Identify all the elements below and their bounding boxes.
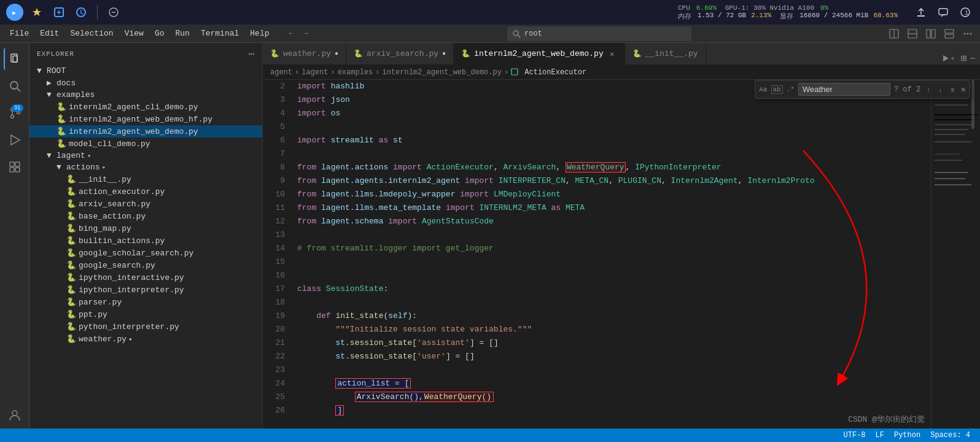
tree-file-3[interactable]: 🐍 internlm2_agent_web_demo.py <box>29 125 262 138</box>
tree-action-file-8[interactable]: 🐍 google_search.py <box>29 259 262 271</box>
upload-icon[interactable] <box>912 4 930 21</box>
line-22: st.session_state['user'] = [] <box>297 350 931 363</box>
line-8: from lagent.actions import ActionExecuto… <box>297 161 931 174</box>
run-icon[interactable] <box>4 129 26 151</box>
tree-action-file-5[interactable]: 🐍 bing_map.py <box>29 222 262 235</box>
status-encoding[interactable]: UTF-8 <box>839 431 871 440</box>
status-spaces[interactable]: Spaces: 4 <box>925 431 975 440</box>
tree-action-file-9[interactable]: 🐍 ipython_interactive.py <box>29 271 262 284</box>
gpu-mem-label: 显存 <box>780 12 793 21</box>
find-input[interactable] <box>798 83 890 96</box>
tree-action-file-2[interactable]: 🐍 action_executor.py <box>29 185 262 198</box>
svg-rect-48 <box>935 153 959 155</box>
root-arrow: ▼ <box>37 66 47 76</box>
layout-icon-1[interactable] <box>887 26 901 41</box>
menu-file[interactable]: File <box>5 26 34 41</box>
menu-terminal[interactable]: Terminal <box>196 26 244 41</box>
tree-file-4[interactable]: 🐍 model_cli_demo.py <box>29 138 262 150</box>
line-5 <box>297 120 931 134</box>
svg-rect-5 <box>917 15 925 17</box>
svg-rect-15 <box>927 29 930 38</box>
menu-go[interactable]: Go <box>150 26 169 41</box>
tree-action-file-1[interactable]: 🐍 __init__.py <box>29 173 262 185</box>
git-icon[interactable]: 31 <box>4 102 26 124</box>
actions-dot: ● <box>103 165 106 170</box>
menu-help[interactable]: Help <box>245 26 274 41</box>
action-file-label-7: google_scholar_search.py <box>79 249 193 258</box>
menu-run[interactable]: Run <box>170 26 194 41</box>
explorer-more[interactable]: ⋯ <box>248 48 255 60</box>
run-split-btn[interactable] <box>941 54 957 63</box>
tree-action-file-13[interactable]: 🐍 python_interpreter.py <box>29 320 262 333</box>
tab-internlm2-close[interactable]: ✕ <box>607 49 617 59</box>
root-label: ROOT <box>47 66 66 76</box>
menu-view[interactable]: View <box>120 26 149 41</box>
gpu-mem-pct: 68.63% <box>873 12 898 21</box>
action-file-label-14: weather.py <box>79 335 126 344</box>
bc-lagent[interactable]: lagent <box>301 68 328 77</box>
action-file-label-8: google_search.py <box>79 261 155 270</box>
find-word-icon: ab <box>771 85 783 94</box>
icon-3[interactable] <box>72 4 90 21</box>
tree-actions[interactable]: ▼ actions ● <box>29 161 262 173</box>
svg-point-27 <box>10 115 14 118</box>
account-icon[interactable] <box>4 404 26 426</box>
tree-root[interactable]: ▼ ROOT <box>29 65 262 77</box>
explorer-icon[interactable] <box>4 48 26 70</box>
tab-internlm2-icon: 🐍 <box>461 49 470 58</box>
tree-examples[interactable]: ▼ examples <box>29 89 262 101</box>
tab-arxiv[interactable]: 🐍 arxiv_search.py ● <box>346 43 454 64</box>
layout-icon-3[interactable] <box>924 26 938 41</box>
editor-more-btn[interactable]: ⋯ <box>970 53 975 63</box>
tree-action-file-7[interactable]: 🐍 google_scholar_search.py <box>29 247 262 259</box>
svg-rect-43 <box>935 119 974 120</box>
bc-file[interactable]: internlm2_agent_web_demo.py <box>382 68 501 77</box>
menu-selection[interactable]: Selection <box>65 26 118 41</box>
find-close-btn[interactable]: ✕ <box>961 84 966 95</box>
status-lang[interactable]: Python <box>889 431 925 440</box>
tab-init[interactable]: 🐍 __init__.py <box>625 43 706 64</box>
layout-icon-2[interactable] <box>905 26 920 41</box>
find-prev-btn[interactable]: ↑ <box>924 85 933 95</box>
tree-action-file-4[interactable]: 🐍 base_action.py <box>29 210 262 222</box>
tree-lagent[interactable]: ▼ lagent ● <box>29 150 262 161</box>
tree-action-file-12[interactable]: 🐍 ppt.py <box>29 308 262 320</box>
icon-4[interactable] <box>105 4 122 21</box>
code-area: Aa ab .* ? of 2 ↑ ↓ ≡ ✕ 2 3 4 5 6 7 8 9 … <box>263 80 980 428</box>
action-file-icon-1: 🐍 <box>66 174 76 184</box>
extensions-icon[interactable] <box>4 156 26 178</box>
ellipsis-icon[interactable] <box>960 26 975 41</box>
tree-action-file-10[interactable]: 🐍 ipython_interpreter.py <box>29 284 262 296</box>
find-widget: Aa ab .* ? of 2 ↑ ↓ ≡ ✕ <box>755 80 970 99</box>
svg-point-9 <box>513 31 518 36</box>
icon-2[interactable] <box>50 4 68 21</box>
tree-action-file-11[interactable]: 🐍 parser.py <box>29 296 262 308</box>
menu-edit[interactable]: Edit <box>35 26 64 41</box>
bc-agent[interactable]: agent <box>270 68 292 77</box>
chat-icon[interactable] <box>935 4 952 21</box>
find-select-all-btn[interactable]: ≡ <box>948 85 957 95</box>
nav-forward[interactable]: → <box>300 28 312 39</box>
status-eol[interactable]: LF <box>871 431 889 440</box>
tree-file-1[interactable]: 🐍 internlm2_agent_cli_demo.py <box>29 101 262 113</box>
tree-docs[interactable]: ▶ docs <box>29 77 262 89</box>
tree-action-file-3[interactable]: 🐍 arxiv_search.py <box>29 198 262 210</box>
svg-rect-30 <box>10 162 14 166</box>
layout-icon-4[interactable] <box>942 26 957 41</box>
tab-internlm2[interactable]: 🐍 internlm2_agent_web_demo.py ✕ <box>454 43 625 64</box>
editor-layout-btn[interactable]: ⊞ <box>961 52 967 64</box>
tree-file-2[interactable]: 🐍 internlm2_agent_web_demo_hf.py <box>29 113 262 125</box>
find-next-btn[interactable]: ↓ <box>936 85 945 95</box>
bc-examples[interactable]: examples <box>338 68 373 77</box>
bc-class[interactable]: ActionExecutor <box>511 68 586 77</box>
info-icon[interactable]: i <box>957 4 974 21</box>
gpu-mem-val: 16860 / 24566 MiB <box>799 12 868 21</box>
search-bar[interactable]: root <box>507 26 691 41</box>
tree-action-file-14[interactable]: 🐍 weather.py ● <box>29 333 262 345</box>
tab-weather[interactable]: 🐍 weather.py ● <box>263 43 346 64</box>
tree-action-file-6[interactable]: 🐍 builtin_actions.py <box>29 235 262 247</box>
line-21: st.session_state['assistant'] = [] <box>297 336 931 350</box>
icon-1[interactable] <box>28 4 45 21</box>
search-icon[interactable] <box>4 75 26 97</box>
nav-back[interactable]: ← <box>286 28 298 39</box>
